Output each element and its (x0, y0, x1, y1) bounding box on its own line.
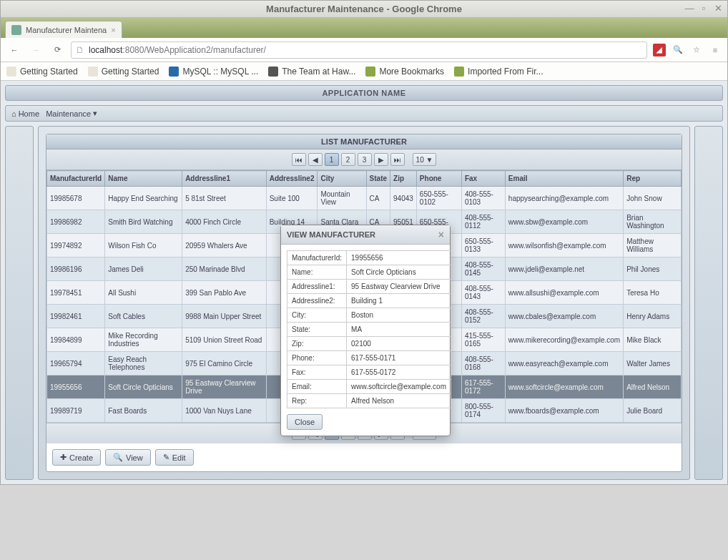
breadcrumb-maintenance[interactable]: Maintenance ▾ (46, 109, 97, 118)
detail-row: Zip:02100 (287, 337, 451, 351)
forward-button[interactable]: → (28, 42, 44, 58)
detail-key: State: (287, 323, 347, 337)
column-header[interactable]: City (318, 171, 366, 187)
detail-value: Boston (347, 308, 451, 323)
detail-row: ManufacturerId:19955656 (287, 251, 451, 265)
cell: Phil Jones (624, 257, 682, 281)
column-header[interactable]: ManufacturerId (47, 171, 105, 187)
cell: www.fboards@example.com (505, 399, 623, 423)
cell: 19965794 (47, 352, 105, 375)
cell: 250 Marinade Blvd (182, 257, 267, 281)
column-header[interactable]: Zip (390, 171, 417, 187)
detail-key: Zip: (287, 337, 347, 351)
cell: www.sbw@example.com (505, 210, 623, 234)
detail-key: Email: (287, 380, 347, 394)
pager-page-3[interactable]: 3 (358, 153, 372, 166)
panel-title: LIST MANUFACTURER (46, 134, 682, 149)
maximize-icon[interactable]: ▫ (699, 4, 709, 14)
cell: Julie Board (624, 399, 682, 423)
pager-page-1[interactable]: 1 (325, 153, 339, 166)
chevron-down-icon: ▾ (93, 109, 97, 118)
column-header[interactable]: Phone (416, 171, 461, 187)
tab-close-icon[interactable]: × (111, 26, 115, 34)
cell: Walter James (624, 352, 682, 375)
url-input[interactable]: 🗋 localhost:8080/WebApplication2/manufac… (71, 41, 647, 59)
menu-icon[interactable]: ≡ (709, 44, 722, 57)
column-header[interactable]: Name (105, 171, 182, 187)
cell: www.easyreach@example.com (505, 352, 623, 375)
cell: 617-555-0172 (461, 375, 505, 399)
detail-row: Rep:Alfred Nelson (287, 394, 451, 408)
zoom-icon[interactable]: 🔍 (672, 44, 684, 57)
cell: happysearching@example.com (505, 187, 623, 210)
extension-icon[interactable]: ◢ (653, 44, 666, 57)
tab-title: Manufacturer Maintena (26, 26, 107, 34)
browser-tab[interactable]: Manufacturer Maintena × (5, 21, 122, 38)
close-button[interactable]: Close (287, 414, 323, 430)
cell: 95 Eastway Clearview Drive (182, 375, 267, 399)
cell: CA (366, 187, 390, 210)
reload-button[interactable]: ⟳ (49, 42, 65, 58)
close-icon[interactable]: ✕ (713, 4, 723, 14)
pager-size-select[interactable]: 10 ▼ (413, 153, 437, 166)
dialog-close-icon[interactable]: × (438, 229, 444, 240)
tab-favicon-icon (11, 25, 21, 35)
column-header[interactable]: Rep (624, 171, 682, 187)
cell: 408-555-0152 (461, 305, 505, 328)
back-button[interactable]: ← (6, 42, 22, 58)
bookmark-star-icon[interactable]: ☆ (690, 44, 703, 57)
window-titlebar: Manufacturer Maintenance - Google Chrome… (1, 1, 727, 18)
cell: 975 El Camino Circle (182, 352, 267, 375)
bookmark-item[interactable]: MySQL :: MySQL ... (169, 67, 258, 77)
cell: 408-555-0168 (461, 352, 505, 375)
detail-key: Addressline2: (287, 294, 347, 308)
cell: www.softcircle@example.com (505, 375, 623, 399)
pager-last[interactable]: ⏭ (390, 153, 405, 166)
cell: 20959 Whalers Ave (182, 234, 267, 257)
bookmark-item[interactable]: Getting Started (88, 67, 159, 77)
cell: www.jdeli@example.net (505, 257, 623, 281)
cell: 9988 Main Upper Street (182, 305, 267, 328)
column-header[interactable]: State (366, 171, 390, 187)
detail-value: 617-555-0172 (347, 365, 451, 380)
view-button[interactable]: 🔍 View (105, 449, 151, 466)
cell: Henry Adams (624, 305, 682, 328)
detail-value: 02100 (347, 337, 451, 351)
bookmark-label: More Bookmarks (379, 67, 444, 77)
column-header[interactable]: Addressline1 (182, 171, 267, 187)
cell: 408-555-0103 (461, 187, 505, 210)
pager-prev[interactable]: ◀ (308, 153, 323, 166)
column-header[interactable]: Email (505, 171, 623, 187)
bookmark-item[interactable]: More Bookmarks (365, 67, 444, 77)
breadcrumb-home[interactable]: ⌂ Home (11, 109, 39, 118)
right-sidebar (694, 126, 723, 480)
cell: 408-555-0112 (461, 210, 505, 234)
cell: 399 San Pablo Ave (182, 281, 267, 305)
cell: www.allsushi@example.com (505, 281, 623, 305)
cell: James Deli (105, 257, 182, 281)
cell: Smith Bird Watching (105, 210, 182, 234)
cell: 5 81st Street (182, 187, 267, 210)
pager-first[interactable]: ⏮ (292, 153, 306, 166)
bookmark-item[interactable]: Imported From Fir... (454, 67, 543, 77)
column-header[interactable]: Addressline2 (266, 171, 318, 187)
pager-page-2[interactable]: 2 (341, 153, 355, 166)
cell: Wilson Fish Co (105, 234, 182, 257)
dialog-header[interactable]: VIEW MANUFACTURER × (281, 225, 450, 245)
minimize-icon[interactable]: — (684, 4, 694, 14)
pager-next[interactable]: ▶ (374, 153, 388, 166)
bookmark-item[interactable]: The Team at Haw... (268, 67, 355, 77)
cell: Easy Reach Telephones (105, 352, 182, 375)
home-icon: ⌂ (11, 109, 16, 118)
cell: 19984899 (47, 328, 105, 352)
edit-button[interactable]: ✎ Edit (155, 449, 194, 466)
cell: 408-555-0143 (461, 281, 505, 305)
cell: Matthew Williams (624, 234, 682, 257)
create-button[interactable]: ✚ Create (52, 449, 101, 466)
bookmark-icon (454, 67, 464, 77)
cell: Brian Washington (624, 210, 682, 234)
column-header[interactable]: Fax (461, 171, 505, 187)
cell: Mountain View (318, 187, 366, 210)
table-row[interactable]: 19985678Happy End Searching5 81st Street… (47, 187, 682, 210)
bookmark-item[interactable]: Getting Started (6, 67, 78, 77)
